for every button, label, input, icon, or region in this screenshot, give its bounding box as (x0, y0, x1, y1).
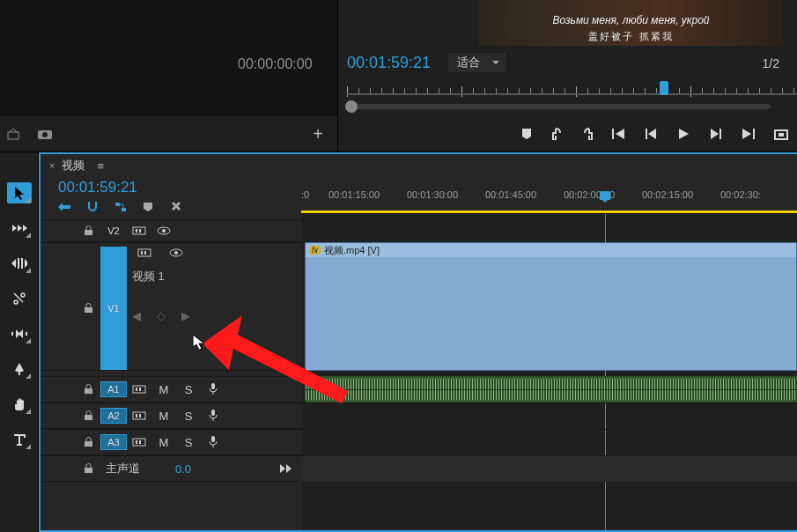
program-scrub-bar[interactable] (347, 85, 797, 109)
svg-marker-21 (25, 259, 27, 268)
sequence-tab[interactable]: 视频 (62, 158, 85, 174)
svg-rect-57 (85, 468, 92, 473)
svg-rect-55 (139, 440, 141, 444)
track-label-a1[interactable]: A1 (100, 381, 127, 397)
playhead-icon[interactable] (600, 191, 610, 200)
step-forward-icon[interactable] (709, 128, 721, 140)
time-ruler[interactable]: :0 00:01:15:00 00:01:30:00 00:01:45:00 0… (301, 189, 797, 214)
svg-rect-42 (85, 388, 92, 394)
sync-lock-icon[interactable] (127, 383, 151, 396)
svg-rect-50 (139, 414, 141, 417)
go-to-in-icon[interactable] (612, 128, 626, 140)
sync-lock-icon[interactable] (132, 247, 157, 260)
mute-button[interactable]: M (151, 436, 176, 449)
selection-tool[interactable] (7, 182, 32, 203)
pen-tool[interactable] (7, 358, 32, 380)
transport-controls (338, 116, 797, 151)
svg-rect-20 (21, 258, 23, 269)
svg-rect-13 (779, 133, 784, 137)
lock-icon[interactable] (41, 384, 100, 395)
next-keyframe-icon[interactable]: ▶ (181, 309, 190, 322)
lock-icon[interactable] (41, 225, 100, 236)
razor-tool[interactable] (7, 288, 32, 309)
linked-selection-icon[interactable] (114, 201, 127, 215)
svg-marker-17 (23, 225, 27, 232)
play-icon[interactable] (677, 128, 690, 140)
svg-marker-27 (58, 203, 70, 211)
go-to-out-icon[interactable] (741, 128, 755, 140)
toggle-track-output-icon[interactable] (164, 247, 188, 260)
voice-over-icon[interactable] (201, 435, 225, 450)
svg-rect-47 (85, 415, 92, 420)
marker-icon[interactable] (143, 201, 153, 215)
tab-close-icon[interactable]: × (49, 160, 55, 171)
solo-button[interactable]: S (176, 436, 201, 449)
track-header-a3[interactable]: A3 M S (41, 429, 301, 455)
svg-point-2 (42, 132, 48, 137)
add-keyframe-icon[interactable]: ◇ (157, 309, 166, 322)
fit-dropdown[interactable]: 适合 (448, 53, 506, 72)
lock-icon[interactable] (41, 303, 100, 314)
snap-icon[interactable] (86, 200, 99, 215)
svg-rect-30 (85, 230, 92, 235)
hand-tool[interactable] (7, 394, 32, 415)
track-header-v2[interactable]: V2 (41, 219, 301, 242)
track-label-a3[interactable]: A3 (100, 434, 127, 450)
add-marker-icon[interactable] (520, 128, 533, 140)
track-header-v1[interactable]: V1 视频 1 ◀ ◇ ▶ (41, 242, 301, 371)
svg-marker-60 (193, 335, 204, 350)
mute-button[interactable]: M (151, 383, 176, 396)
camera-icon[interactable] (37, 128, 53, 140)
export-frame-icon[interactable] (7, 128, 21, 140)
settings-icon[interactable] (169, 200, 181, 215)
track-label-v1[interactable]: V1 (100, 247, 127, 370)
svg-rect-52 (85, 441, 92, 447)
ripple-edit-tool[interactable] (7, 253, 32, 274)
type-tool[interactable] (7, 429, 32, 450)
svg-rect-54 (136, 440, 137, 444)
track-header-a1[interactable]: A1 M S (41, 376, 301, 403)
svg-marker-16 (18, 225, 22, 232)
slip-tool[interactable] (7, 323, 32, 344)
track-header-mix[interactable]: 主声道 0.0 (41, 455, 301, 482)
video-clip[interactable]: fx 视频.mp4 [V] (305, 242, 797, 371)
toggle-track-output-icon[interactable] (151, 225, 176, 238)
lock-icon[interactable] (41, 463, 100, 474)
playback-resolution[interactable]: 1/2 (763, 56, 779, 70)
mute-button[interactable]: M (151, 410, 176, 423)
lock-icon[interactable] (41, 437, 100, 447)
mark-in-icon[interactable] (552, 128, 563, 140)
sync-lock-icon[interactable] (127, 436, 151, 449)
prev-keyframe-icon[interactable]: ◀ (132, 309, 141, 322)
track-select-tool[interactable] (7, 218, 32, 239)
scrub-zoom-knob[interactable] (345, 100, 358, 113)
track-label-v2[interactable]: V2 (100, 224, 127, 238)
program-timecode[interactable]: 00:01:59:21 (347, 54, 431, 72)
panel-menu-icon[interactable]: ≡ (97, 159, 104, 173)
track-content-area[interactable]: :0 00:01:15:00 00:01:30:00 00:01:45:00 0… (301, 214, 797, 530)
mark-out-icon[interactable] (582, 128, 593, 140)
go-to-next-icon[interactable] (280, 462, 292, 476)
step-back-icon[interactable] (646, 128, 658, 140)
voice-over-icon[interactable] (201, 409, 225, 424)
solo-button[interactable]: S (176, 383, 201, 396)
svg-marker-59 (286, 464, 291, 473)
scrub-playhead-icon[interactable] (660, 81, 668, 95)
audio-clip-a1[interactable] (305, 376, 797, 403)
track-header-a2[interactable]: A2 M S (41, 403, 301, 429)
mix-volume-value[interactable]: 0.0 (175, 462, 191, 476)
insert-mode-icon[interactable] (58, 201, 70, 215)
solo-button[interactable]: S (176, 410, 201, 423)
timeline-timecode[interactable]: 00:01:59:21 (58, 179, 137, 196)
sync-lock-icon[interactable] (127, 225, 151, 238)
lock-icon[interactable] (41, 410, 100, 421)
sync-lock-icon[interactable] (127, 410, 151, 423)
svg-marker-8 (711, 129, 719, 139)
voice-over-icon[interactable] (201, 382, 225, 397)
export-frame-icon[interactable] (774, 128, 788, 140)
subtitle-ru: Возьми меня, люби меня, укрой (479, 14, 783, 26)
svg-rect-56 (211, 436, 215, 442)
add-button[interactable]: + (313, 124, 330, 144)
track-label-a2[interactable]: A2 (100, 408, 127, 424)
svg-rect-39 (144, 251, 146, 255)
